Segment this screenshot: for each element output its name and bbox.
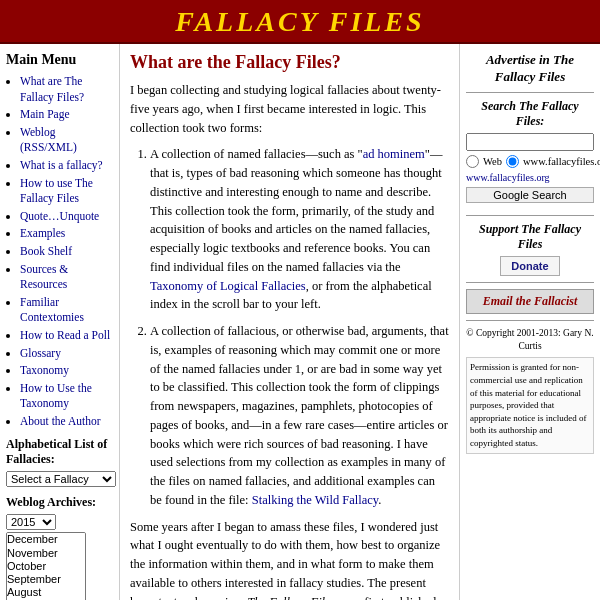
main-menu-heading: Main Menu — [6, 52, 113, 68]
search-input[interactable] — [466, 133, 594, 151]
list-item-2: A collection of fallacious, or otherwise… — [150, 322, 449, 510]
collection-list: A collection of named fallacies—such as … — [130, 145, 449, 509]
radio-web[interactable] — [466, 155, 479, 168]
site-title: Fallacy Files — [0, 6, 600, 38]
weblog-archives-title: Weblog Archives: — [6, 495, 113, 510]
right-sidebar: Advertise in The Fallacy Files Search Th… — [460, 44, 600, 600]
google-search-button[interactable]: Google Search — [466, 187, 594, 203]
menu-item-author[interactable]: About the Author — [20, 414, 113, 430]
month-select[interactable]: December November October September Augu… — [6, 532, 86, 600]
stalking-link[interactable]: Stalking the Wild Fallacy — [252, 493, 379, 507]
menu-link-main[interactable]: Main Page — [20, 108, 70, 120]
middle-paragraph: Some years after I began to amass these … — [130, 518, 449, 601]
taxonomy-link[interactable]: Taxonomy of Logical Fallacies — [150, 279, 306, 293]
support-heading: Support The Fallacy Files — [466, 222, 594, 252]
main-layout: Main Menu What are The Fallacy Files? Ma… — [0, 44, 600, 600]
support-section: Support The Fallacy Files Donate — [466, 222, 594, 276]
center-heading: What are the Fallacy Files? — [130, 52, 449, 73]
menu-link-whatis[interactable]: What is a fallacy? — [20, 159, 103, 171]
menu-item-poll[interactable]: How to Read a Poll — [20, 328, 113, 344]
fallacyfiles-url: www.fallacyfiles.org — [466, 172, 594, 183]
menu-link-quote[interactable]: Quote…Unquote — [20, 210, 99, 222]
menu-link-author[interactable]: About the Author — [20, 415, 101, 427]
menu-item-main[interactable]: Main Page — [20, 107, 113, 123]
list-item-1: A collection of named fallacies—such as … — [150, 145, 449, 314]
intro-paragraph: I began collecting and studying logical … — [130, 81, 449, 137]
menu-link-familiar[interactable]: Familiar Contextomies — [20, 296, 84, 324]
right-divider-2 — [466, 215, 594, 216]
menu-item-sources[interactable]: Sources & Resources — [20, 262, 113, 293]
alpha-list-title: Alphabetical List of Fallacies: — [6, 437, 113, 467]
menu-item-bookshelf[interactable]: Book Shelf — [20, 244, 113, 260]
right-divider-3 — [466, 282, 594, 283]
right-divider-4 — [466, 320, 594, 321]
advertise-heading: Advertise in The Fallacy Files — [466, 52, 594, 86]
copyright-text: © Copyright 2001-2013: Gary N. Curtis — [466, 327, 594, 354]
menu-item-glossary[interactable]: Glossary — [20, 346, 113, 362]
menu-item-examples[interactable]: Examples — [20, 226, 113, 242]
menu-link-weblog[interactable]: Weblog (RSS/XML) — [20, 126, 77, 154]
menu-link-usetaxonomy[interactable]: How to Use the Taxonomy — [20, 382, 92, 410]
menu-link-glossary[interactable]: Glossary — [20, 347, 61, 359]
menu-item-quote[interactable]: Quote…Unquote — [20, 209, 113, 225]
email-fallacist-button[interactable]: Email the Fallacist — [466, 289, 594, 314]
menu-item-what[interactable]: What are The Fallacy Files? — [20, 74, 113, 105]
menu-item-whatis[interactable]: What is a fallacy? — [20, 158, 113, 174]
main-menu-list: What are The Fallacy Files? Main Page We… — [6, 74, 113, 429]
permission-text: Permission is granted for non-commercial… — [466, 357, 594, 453]
site-header: Fallacy Files — [0, 0, 600, 44]
menu-item-taxonomy[interactable]: Taxonomy — [20, 363, 113, 379]
menu-link-taxonomy[interactable]: Taxonomy — [20, 364, 69, 376]
fallacy-select[interactable]: Select a Fallacy — [6, 471, 116, 487]
year-select[interactable]: 2015 — [6, 514, 56, 530]
right-divider-1 — [466, 92, 594, 93]
menu-link-poll[interactable]: How to Read a Poll — [20, 329, 110, 341]
donate-button[interactable]: Donate — [500, 256, 559, 276]
search-section: Search The Fallacy Files: Web www.fallac… — [466, 99, 594, 209]
menu-item-usetaxonomy[interactable]: How to Use the Taxonomy — [20, 381, 113, 412]
menu-link-howto[interactable]: How to use The Fallacy Files — [20, 177, 93, 205]
radio-site[interactable] — [506, 155, 519, 168]
menu-link-what[interactable]: What are The Fallacy Files? — [20, 75, 84, 103]
center-content: What are the Fallacy Files? I began coll… — [120, 44, 460, 600]
radio-site-label: www.fallacyfiles.org — [523, 156, 600, 167]
left-sidebar: Main Menu What are The Fallacy Files? Ma… — [0, 44, 120, 600]
menu-item-familiar[interactable]: Familiar Contextomies — [20, 295, 113, 326]
radio-web-label: Web — [483, 156, 502, 167]
menu-link-sources[interactable]: Sources & Resources — [20, 263, 68, 291]
menu-link-examples[interactable]: Examples — [20, 227, 65, 239]
search-radio-group: Web www.fallacyfiles.org — [466, 155, 594, 168]
menu-item-howto[interactable]: How to use The Fallacy Files — [20, 176, 113, 207]
menu-link-bookshelf[interactable]: Book Shelf — [20, 245, 72, 257]
search-heading: Search The Fallacy Files: — [466, 99, 594, 129]
ad-hominem-link[interactable]: ad hominem — [363, 147, 425, 161]
weblog-year-selector: 2015 — [6, 514, 113, 530]
menu-item-weblog[interactable]: Weblog (RSS/XML) — [20, 125, 113, 156]
